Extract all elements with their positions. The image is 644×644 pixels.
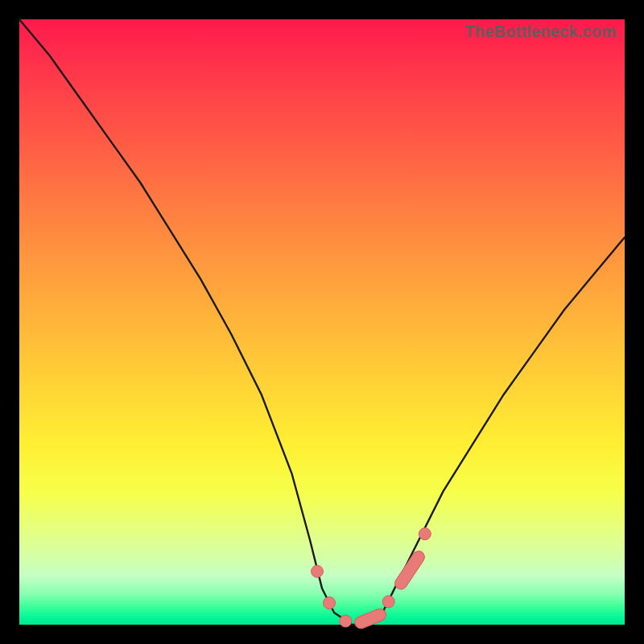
chart-svg — [19, 19, 625, 625]
curve-marker-pill — [353, 607, 388, 630]
chart-frame: TheBottleneck.com — [19, 19, 625, 625]
curve-marker — [419, 528, 431, 540]
curve-marker — [382, 596, 394, 608]
curve-marker — [324, 597, 336, 609]
curve-marker-pill — [393, 549, 427, 592]
curve-marker — [312, 565, 324, 577]
curve-markers — [312, 528, 431, 630]
bottleneck-curve — [19, 19, 625, 625]
watermark-text: TheBottleneck.com — [465, 23, 617, 41]
curve-marker — [340, 615, 352, 627]
